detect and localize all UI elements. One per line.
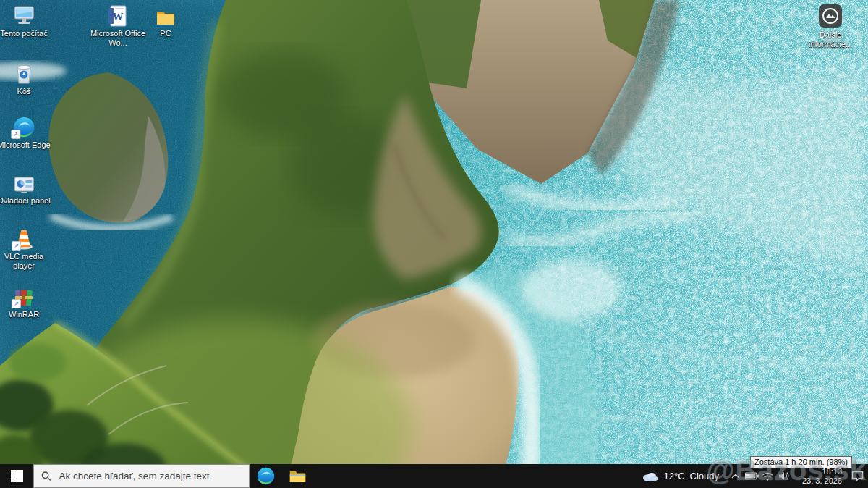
windows-desktop: Tento počítač W Microsoft Office Wo... P… bbox=[0, 0, 868, 488]
battery-tooltip: Zostáva 1 h 20 min. (98%) bbox=[750, 456, 852, 468]
shortcut-arrow-badge: ↗ bbox=[11, 130, 20, 139]
desktop-icon-label: VLC media player bbox=[0, 252, 54, 271]
notification-bubble-icon bbox=[851, 471, 864, 481]
desktop-icon-recycle-bin[interactable]: Kôš bbox=[14, 62, 33, 96]
desktop-icon-label: WinRAR bbox=[9, 310, 39, 319]
weather-condition: Cloudy bbox=[690, 471, 719, 481]
desktop-icon-vlc[interactable]: ↗ VLC media player bbox=[0, 227, 54, 271]
weather-widget[interactable]: 12°C Cloudy bbox=[634, 464, 728, 488]
desktop-icon-winrar[interactable]: ↗ WinRAR bbox=[9, 285, 39, 319]
desktop-icon-word[interactable]: W Microsoft Office Wo... bbox=[88, 4, 148, 48]
windows-logo-icon bbox=[11, 470, 23, 482]
photo-gallery-icon bbox=[818, 4, 843, 28]
winrar-books-icon: ↗ bbox=[14, 285, 34, 308]
desktop-icon-more-info[interactable]: Ďalšie informácie... bbox=[809, 4, 852, 49]
desktop-icon-label: Tento počítač bbox=[0, 29, 47, 38]
edge-browser-icon: ↗ bbox=[13, 115, 35, 138]
start-button[interactable] bbox=[0, 464, 33, 488]
svg-text:W: W bbox=[113, 11, 124, 22]
control-panel-icon bbox=[14, 171, 34, 194]
desktop-icon-label: Kôš bbox=[17, 87, 31, 96]
taskbar-search-box[interactable] bbox=[33, 464, 250, 488]
vlc-cone-icon: ↗ bbox=[14, 227, 34, 250]
file-explorer-icon bbox=[289, 468, 307, 484]
shortcut-arrow-badge: ↗ bbox=[12, 299, 21, 308]
desktop-icon-edge[interactable]: ↗ Microsoft Edge bbox=[0, 115, 51, 150]
taskbar-app-file-explorer[interactable] bbox=[281, 464, 313, 488]
computer-monitor-icon bbox=[12, 4, 35, 27]
taskbar: 12°C Cloudy bbox=[0, 464, 868, 488]
shortcut-arrow-badge: ↗ bbox=[12, 241, 21, 251]
edge-browser-icon bbox=[257, 467, 275, 485]
tray-chevron-up-icon[interactable] bbox=[728, 464, 744, 488]
recycle-bin-icon bbox=[14, 62, 33, 85]
weather-temp: 12°C bbox=[663, 471, 684, 481]
search-input[interactable] bbox=[58, 470, 242, 482]
folder-icon bbox=[156, 4, 176, 27]
desktop-icon-label: Ovládací panel bbox=[0, 196, 51, 206]
desktop-icon-control-panel[interactable]: Ovládací panel bbox=[0, 171, 51, 206]
wallpaper bbox=[0, 0, 868, 488]
desktop-icon-pc-folder[interactable]: PC bbox=[156, 4, 176, 38]
clock-date: 23. 3. 2026 bbox=[791, 476, 842, 486]
desktop-icon-label: Ďalšie informácie... bbox=[809, 30, 852, 49]
search-icon bbox=[41, 471, 51, 481]
taskbar-app-edge[interactable] bbox=[250, 464, 281, 488]
word-document-icon: W bbox=[108, 4, 128, 27]
desktop-icon-label: Microsoft Edge bbox=[0, 140, 51, 150]
cloud-icon bbox=[642, 471, 658, 481]
taskbar-empty-area bbox=[313, 464, 634, 488]
desktop-icon-this-pc[interactable]: Tento počítač bbox=[0, 4, 47, 38]
desktop-icon-label: PC bbox=[160, 29, 171, 38]
desktop-icon-label: Microsoft Office Wo... bbox=[88, 29, 148, 48]
